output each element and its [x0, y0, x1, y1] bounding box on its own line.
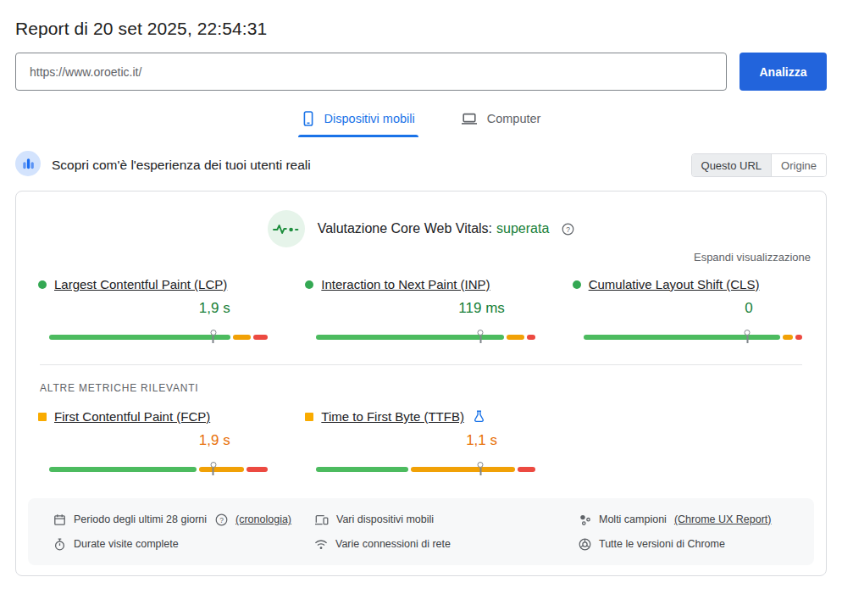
percentile-marker [478, 330, 484, 343]
metric-square-icon [305, 413, 313, 421]
metric-value-cls: 0 [745, 300, 752, 317]
cwv-status: superata [496, 221, 549, 236]
metric-label-cls[interactable]: Cumulative Layout Shift (CLS) [589, 277, 760, 291]
seg-poor-segment [247, 467, 268, 472]
device-tabs: Dispositivi mobiliComputer [15, 106, 827, 137]
footer-item-chrome-versions: Tutte le versioni di Chrome [579, 534, 807, 554]
metric-lcp: Largest Contentful Paint (LCP)1,9 s [38, 277, 269, 344]
footer-link-samples[interactable]: (Chrome UX Report) [674, 513, 772, 525]
laptop-icon [461, 112, 478, 125]
help-icon[interactable]: ? [215, 513, 228, 526]
analyze-button[interactable]: Analizza [740, 53, 827, 91]
footer-link-period[interactable]: (cronologia) [235, 513, 291, 525]
percentile-marker [210, 462, 216, 475]
footer-item-text: Periodo degli ultimi 28 giorni [74, 513, 207, 525]
other-metrics-label: ALTRE METRICHE RILEVANTI [40, 382, 826, 394]
wifi-icon [314, 539, 328, 550]
metric-cls: Cumulative Layout Shift (CLS)0 [573, 277, 804, 344]
percentile-marker [210, 330, 216, 343]
seg-poor-segment [527, 335, 535, 340]
help-icon[interactable]: ? [562, 223, 574, 236]
url-input[interactable] [15, 53, 727, 91]
seg-poor-segment [795, 335, 802, 340]
experimental-flask-icon [474, 410, 485, 423]
chrome-icon [579, 538, 591, 551]
good-status-dot-icon [305, 280, 313, 289]
metric-value-inp: 119 ms [458, 300, 505, 317]
seg-poor-segment [253, 335, 269, 340]
url-search-bar: Analizza [15, 53, 827, 91]
calendar-icon [53, 513, 66, 526]
other-metrics-row: First Contentful Paint (FCP)1,9 sTime to… [16, 409, 826, 476]
phone-icon [302, 111, 315, 126]
pulse-icon [268, 210, 305, 247]
metric-ttfb: Time to First Byte (TTFB)1,1 s [305, 409, 536, 476]
seg-good-segment [49, 467, 197, 472]
seg-ni-segment [199, 467, 244, 472]
samples-icon [579, 513, 591, 526]
footer-item-text: Vari dispositivi mobili [336, 513, 434, 525]
expand-visualization-link[interactable]: Espandi visualizzazione [16, 251, 826, 264]
seg-ni-segment [233, 335, 250, 340]
scope-toggle: Questo URL Origine [691, 153, 827, 177]
field-data-header: Scopri com'è l'esperienza dei tuoi utent… [15, 151, 827, 180]
seg-good-segment [316, 467, 408, 472]
metric-square-icon [38, 413, 47, 421]
scope-origin-button[interactable]: Origine [772, 154, 826, 176]
footer-item-text: Tutte le versioni di Chrome [599, 538, 725, 550]
svg-text:?: ? [219, 515, 224, 524]
distribution-bar-fcp [49, 462, 268, 473]
scope-this-url-button[interactable]: Questo URL [692, 154, 773, 176]
seg-ni-segment [783, 335, 794, 340]
footer-item-visit-durations: Durate visite complete [53, 534, 314, 554]
svg-text:?: ? [566, 225, 570, 233]
seg-ni-segment [507, 335, 523, 340]
distribution-bar-cls [584, 330, 802, 341]
page-title: Report di 20 set 2025, 22:54:31 [15, 19, 827, 39]
seg-good-segment [49, 335, 230, 340]
tab-mobile[interactable]: Dispositivi mobili [298, 106, 418, 137]
distribution-bar-lcp [49, 330, 268, 341]
devices-icon [314, 513, 329, 526]
footer-item-period: Periodo degli ultimi 28 giorni?(cronolog… [53, 509, 314, 530]
real-users-icon [15, 151, 41, 180]
seg-good-segment [584, 335, 780, 340]
footer-item-connections: Varie connessioni di rete [314, 534, 579, 554]
core-web-vitals-header: Valutazione Core Web Vitals: superata ? [16, 210, 826, 247]
footer-item-devices: Vari dispositivi mobili [314, 509, 579, 530]
metric-fcp: First Contentful Paint (FCP)1,9 s [38, 409, 269, 476]
metric-value-lcp: 1,9 s [199, 300, 230, 317]
percentile-marker [478, 462, 484, 475]
core-metrics-row: Largest Contentful Paint (LCP)1,9 sInter… [16, 277, 826, 344]
seg-ni-segment [411, 467, 516, 472]
tab-label: Computer [487, 112, 541, 125]
stopwatch-icon [53, 538, 66, 551]
cwv-title: Valutazione Core Web Vitals: [318, 221, 492, 236]
field-data-card: Valutazione Core Web Vitals: superata ? … [15, 191, 827, 576]
tab-desktop[interactable]: Computer [457, 106, 545, 137]
metric-inp: Interaction to Next Paint (INP)119 ms [305, 277, 536, 344]
distribution-bar-ttfb [316, 462, 535, 473]
seg-good-segment [316, 335, 504, 340]
distribution-bar-inp [316, 330, 535, 341]
data-collection-footer: Periodo degli ultimi 28 giorni?(cronolog… [28, 498, 814, 565]
good-status-dot-icon [38, 280, 47, 289]
footer-item-text: Molti campioni [599, 513, 667, 525]
metric-label-fcp[interactable]: First Contentful Paint (FCP) [54, 409, 210, 424]
footer-item-text: Durate visite complete [74, 538, 179, 550]
footer-item-text: Varie connessioni di rete [335, 538, 451, 550]
metric-label-inp[interactable]: Interaction to Next Paint (INP) [321, 277, 490, 291]
metric-label-lcp[interactable]: Largest Contentful Paint (LCP) [54, 277, 227, 291]
percentile-marker [745, 330, 751, 343]
metric-value-ttfb: 1,1 s [466, 432, 497, 449]
metric-label-ttfb[interactable]: Time to First Byte (TTFB) [321, 409, 464, 424]
footer-item-samples: Molti campioni(Chrome UX Report) [579, 509, 807, 530]
good-status-dot-icon [573, 280, 581, 289]
tab-label: Dispositivi mobili [324, 112, 415, 125]
metric-value-fcp: 1,9 s [199, 432, 230, 449]
pagespeed-report-page: Report di 20 set 2025, 22:54:31 Analizza… [0, 0, 842, 576]
seg-poor-segment [518, 467, 535, 472]
section-divider [40, 364, 802, 365]
field-section-heading: Scopri com'è l'esperienza dei tuoi utent… [52, 158, 311, 173]
